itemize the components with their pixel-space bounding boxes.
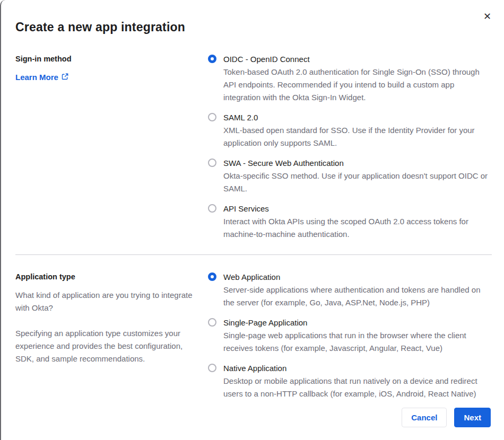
dialog-footer: Cancel Next — [402, 408, 491, 427]
application-type-helper-1: What kind of application are you trying … — [15, 289, 196, 314]
close-icon[interactable]: ✕ — [481, 10, 493, 23]
radio-icon-oidc[interactable] — [208, 55, 216, 63]
radio-option-text: API Services Interact with Okta APIs usi… — [223, 203, 492, 241]
learn-more-link[interactable]: Learn More — [15, 72, 68, 83]
radio-option-label: OIDC - OpenID Connect — [223, 53, 492, 66]
application-type-options: Web Application Server-side applications… — [208, 271, 492, 400]
radio-option-text: Single-Page Application Single-page web … — [223, 316, 492, 355]
radio-option-description: Okta-specific SSO method. Use if your ap… — [223, 170, 492, 195]
radio-option-label: Native Application — [223, 362, 492, 375]
radio-icon-api-services[interactable] — [208, 204, 216, 213]
radio-icon-swa[interactable] — [208, 159, 216, 167]
create-app-integration-dialog: ✕ Create a new app integration Sign-in m… — [0, 0, 504, 440]
radio-option-label: API Services — [223, 203, 492, 215]
radio-option-oidc[interactable]: OIDC - OpenID Connect Token-based OAuth … — [208, 53, 492, 104]
page-title: Create a new app integration — [15, 20, 492, 34]
radio-option-text: OIDC - OpenID Connect Token-based OAuth … — [223, 53, 492, 104]
signin-method-options: OIDC - OpenID Connect Token-based OAuth … — [208, 53, 492, 241]
radio-option-api-services[interactable]: API Services Interact with Okta APIs usi… — [208, 203, 492, 241]
radio-option-description: Interact with Okta APIs using the scoped… — [223, 215, 492, 241]
radio-option-label: Single-Page Application — [223, 316, 492, 329]
radio-icon-saml[interactable] — [208, 113, 216, 121]
radio-option-description: Desktop or mobile applications that run … — [223, 375, 492, 400]
radio-option-description: Single-page web applications that run in… — [223, 329, 492, 355]
signin-method-section: Sign-in method Learn More OIDC - OpenID … — [15, 53, 492, 241]
application-type-section: Application type What kind of applicatio… — [15, 271, 492, 400]
radio-option-text: SWA - Secure Web Authentication Okta-spe… — [223, 157, 492, 195]
radio-option-native-application[interactable]: Native Application Desktop or mobile app… — [208, 362, 492, 400]
radio-option-single-page-application[interactable]: Single-Page Application Single-page web … — [208, 316, 492, 355]
radio-option-saml[interactable]: SAML 2.0 XML-based open standard for SSO… — [208, 111, 492, 149]
section-divider — [15, 254, 492, 255]
application-type-left-column: Application type What kind of applicatio… — [15, 271, 196, 365]
application-type-helper-2: Specifying an application type customize… — [15, 327, 196, 365]
learn-more-label: Learn More — [15, 72, 58, 83]
radio-option-label: SAML 2.0 — [223, 111, 492, 124]
radio-option-description: Server-side applications where authentic… — [223, 284, 492, 309]
radio-icon-native-application[interactable] — [208, 364, 216, 372]
radio-option-text: Native Application Desktop or mobile app… — [223, 362, 492, 400]
radio-option-label: SWA - Secure Web Authentication — [223, 157, 492, 170]
radio-option-description: Token-based OAuth 2.0 authentication for… — [223, 66, 492, 104]
radio-icon-single-page-application[interactable] — [208, 318, 216, 327]
signin-method-left-column: Sign-in method Learn More — [15, 53, 196, 83]
radio-option-text: SAML 2.0 XML-based open standard for SSO… — [223, 111, 492, 149]
radio-option-web-application[interactable]: Web Application Server-side applications… — [208, 271, 492, 309]
radio-icon-web-application[interactable] — [208, 272, 216, 281]
cancel-button[interactable]: Cancel — [402, 408, 447, 427]
radio-option-label: Web Application — [223, 271, 492, 284]
signin-method-label: Sign-in method — [15, 53, 196, 65]
radio-option-swa[interactable]: SWA - Secure Web Authentication Okta-spe… — [208, 157, 492, 195]
next-button[interactable]: Next — [454, 408, 491, 427]
radio-option-description: XML-based open standard for SSO. Use if … — [223, 124, 492, 149]
external-link-icon — [62, 72, 68, 83]
application-type-label: Application type — [15, 271, 196, 283]
radio-option-text: Web Application Server-side applications… — [223, 271, 492, 309]
